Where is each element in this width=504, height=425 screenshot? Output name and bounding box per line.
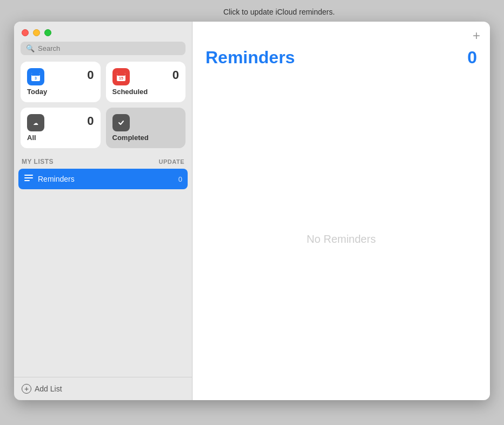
scheduled-count: 0: [173, 68, 179, 82]
smart-card-today[interactable]: 3 0 Today: [21, 62, 101, 102]
add-reminder-button[interactable]: +: [473, 29, 480, 42]
app-window: 🔍 3 0 Today: [14, 22, 490, 400]
today-icon: 3: [27, 68, 44, 85]
main-header: Reminders 0: [193, 42, 490, 78]
reminders-list-label: Reminders: [38, 175, 174, 183]
main-body: No Reminders: [193, 78, 490, 400]
sidebar: 🔍 3 0 Today: [14, 22, 193, 400]
scheduled-label: Scheduled: [112, 88, 180, 96]
svg-rect-9: [24, 175, 33, 176]
my-lists-label: My Lists: [22, 158, 54, 165]
smart-lists: 3 0 Today 15 0: [14, 62, 192, 155]
card-top-today: 3 0: [27, 68, 94, 85]
card-top-all: ☁ 0: [27, 114, 94, 131]
svg-rect-11: [24, 180, 30, 181]
main-title: Reminders: [205, 48, 295, 68]
search-input[interactable]: [38, 44, 180, 52]
svg-text:☁: ☁: [33, 120, 38, 126]
main-content: + Reminders 0 No Reminders: [193, 22, 490, 400]
sidebar-footer: + Add List: [14, 377, 192, 400]
smart-card-all[interactable]: ☁ 0 All: [21, 108, 101, 148]
card-top-completed: [112, 114, 180, 131]
svg-rect-1: [31, 73, 40, 76]
add-list-icon: +: [22, 384, 31, 394]
completed-label: Completed: [112, 134, 180, 142]
add-list-button[interactable]: + Add List: [22, 384, 184, 394]
today-count: 0: [87, 68, 94, 82]
svg-rect-10: [24, 177, 33, 178]
all-label: All: [27, 134, 94, 142]
empty-message: No Reminders: [307, 233, 376, 245]
completed-icon: [112, 114, 130, 131]
minimize-button[interactable]: [33, 29, 40, 36]
tooltip-text: Click to update iCloud reminders.: [0, 4, 504, 22]
my-lists-section-header: My Lists UPDATE: [14, 155, 192, 169]
card-top-scheduled: 15 0: [112, 68, 180, 85]
main-count: 0: [467, 48, 477, 68]
reminders-list-icon: [24, 173, 34, 185]
smart-card-scheduled[interactable]: 15 0 Scheduled: [106, 62, 186, 102]
titlebar: [14, 22, 192, 42]
add-list-label: Add List: [35, 384, 62, 393]
smart-card-completed[interactable]: Completed: [106, 108, 186, 148]
today-label: Today: [27, 88, 94, 96]
reminders-list-count: 0: [178, 175, 182, 183]
all-count: 0: [87, 114, 94, 128]
main-toolbar: +: [193, 22, 490, 42]
list-item-reminders[interactable]: Reminders 0: [18, 169, 188, 189]
svg-rect-4: [117, 73, 125, 76]
close-button[interactable]: [22, 29, 29, 36]
scheduled-icon: 15: [112, 68, 130, 85]
all-icon: ☁: [27, 114, 44, 131]
svg-text:3: 3: [35, 76, 37, 80]
search-icon: 🔍: [26, 44, 35, 52]
update-button[interactable]: UPDATE: [159, 158, 184, 165]
svg-point-8: [117, 118, 125, 127]
lists-container: Reminders 0: [14, 169, 192, 377]
maximize-button[interactable]: [44, 29, 51, 36]
svg-text:15: 15: [119, 76, 123, 80]
search-bar[interactable]: 🔍: [21, 42, 185, 55]
